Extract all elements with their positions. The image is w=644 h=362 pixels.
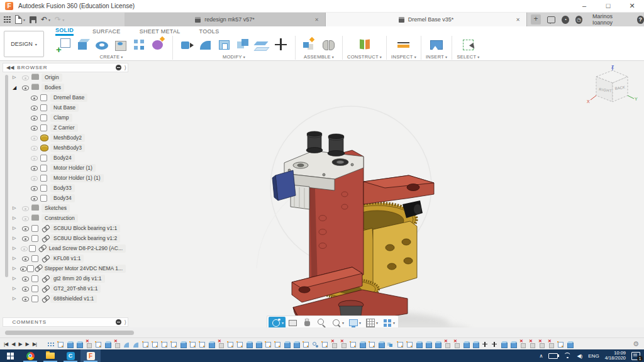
timeline-sketch-icon[interactable] xyxy=(303,341,309,348)
step-back-button[interactable]: ◀ xyxy=(11,341,14,347)
revolve-icon[interactable] xyxy=(94,36,110,53)
new-component-icon[interactable] xyxy=(301,36,318,53)
browser-item-label[interactable]: Origin xyxy=(42,74,62,82)
expand-arrow-icon[interactable]: ▷ xyxy=(13,226,21,231)
browser-item[interactable]: Motor Holder (1) (1) xyxy=(10,173,126,183)
visibility-off-icon[interactable] xyxy=(21,74,31,81)
browser-item-label[interactable]: 688shielded v1:1 xyxy=(50,295,97,303)
new-tab-button[interactable]: + xyxy=(531,14,541,25)
timeline-extrude-icon[interactable] xyxy=(104,341,111,348)
ribbon-group-label[interactable]: CREATE xyxy=(100,54,123,60)
panel-resize-handle[interactable]: ⟩ xyxy=(124,65,126,71)
offset-face-icon[interactable] xyxy=(254,36,270,53)
browser-item[interactable]: Dremel Base xyxy=(10,92,126,102)
timeline-sketch-icon[interactable] xyxy=(369,341,375,348)
timeline-extrude-icon[interactable] xyxy=(378,341,384,348)
timeline-extrude-icon[interactable] xyxy=(293,341,299,348)
select-window-icon[interactable] xyxy=(460,36,477,53)
browser-item-label[interactable]: MeshBody2 xyxy=(50,134,85,142)
maximize-button[interactable]: □ xyxy=(596,0,620,12)
browser-item[interactable]: ▷Origin xyxy=(10,72,126,82)
timeline-extrude-icon[interactable] xyxy=(246,341,252,348)
timeline-sketch-icon[interactable] xyxy=(397,341,403,348)
browser-item-label[interactable]: GT2_20T-sh8 v1:1 xyxy=(50,285,101,293)
job-status-icon[interactable]: ◔ xyxy=(562,16,569,24)
document-tab[interactable]: redesign mk57 v57*✕ xyxy=(125,13,326,26)
ribbon-tab-tools[interactable]: TOOLS xyxy=(199,28,219,35)
timeline-suppressed-icon[interactable] xyxy=(529,341,535,348)
browser-item[interactable]: ▷Lead Screw D8-P2-L290 (AC... xyxy=(10,243,126,253)
ribbon-tab-solid[interactable]: SOLID xyxy=(55,27,74,36)
action-center-icon[interactable]: 1 xyxy=(631,352,640,360)
visibility-on-icon[interactable] xyxy=(21,275,31,282)
browser-item[interactable]: Body34 xyxy=(10,193,126,203)
browser-item[interactable]: ▷SC8UU Block bearing v1:1 xyxy=(10,223,126,233)
timeline-suppressed-icon[interactable] xyxy=(538,341,545,348)
timeline-sketch-icon[interactable] xyxy=(227,341,233,348)
browser-item[interactable]: ▷SC8UU Block bearing v1:2 xyxy=(10,233,126,243)
browser-item-label[interactable]: SC8UU Block bearing v1:2 xyxy=(50,234,120,243)
timeline-extrude-icon[interactable] xyxy=(416,341,422,348)
step-forward-button[interactable]: ▶ xyxy=(26,341,29,347)
go-to-start-button[interactable]: |◀ xyxy=(4,341,8,347)
expand-arrow-icon[interactable]: ▷ xyxy=(13,206,21,211)
visibility-off-icon[interactable] xyxy=(30,134,40,141)
browser-item[interactable]: ◢Bodies xyxy=(10,82,126,92)
taskbar-file-explorer[interactable] xyxy=(40,349,60,362)
taskbar-chrome[interactable] xyxy=(20,349,40,362)
comments-header[interactable]: COMMENTS ⟩ xyxy=(3,317,128,327)
browser-item-label[interactable]: Bodies xyxy=(42,84,64,92)
timeline-extrude-icon[interactable] xyxy=(501,341,507,348)
battery-icon[interactable] xyxy=(548,353,558,359)
timeline-sketch-icon[interactable] xyxy=(406,341,413,348)
visibility-on-icon[interactable] xyxy=(30,195,40,202)
visibility-off-icon[interactable] xyxy=(30,155,40,162)
taskbar-start[interactable] xyxy=(0,349,20,362)
create-sketch-icon[interactable] xyxy=(56,36,72,53)
form-icon[interactable] xyxy=(150,36,167,53)
timeline-extrude-icon[interactable] xyxy=(463,341,469,348)
speaker-icon[interactable]: ◀) xyxy=(577,353,582,359)
visibility-on-icon[interactable] xyxy=(30,114,40,121)
browser-item[interactable]: Motor Holder (1) xyxy=(10,163,126,173)
ribbon-group-label[interactable]: MODIFY xyxy=(223,54,245,60)
visibility-on-icon[interactable] xyxy=(21,285,31,292)
browser-item[interactable]: ▷KFL08 v1:1 xyxy=(10,253,126,263)
browser-item-label[interactable]: Construction xyxy=(42,214,78,222)
visibility-off-icon[interactable] xyxy=(20,245,29,252)
user-name[interactable]: Marinos Ioannoy xyxy=(592,13,629,26)
timeline-sketch-icon[interactable] xyxy=(189,341,196,348)
construction-plane-icon[interactable] xyxy=(357,36,373,53)
browser-item[interactable]: Z Carrier xyxy=(10,123,126,133)
app-grid-button[interactable] xyxy=(4,16,11,23)
browser-item-label[interactable]: Lead Screw D8-P2-L290 (AC... xyxy=(46,244,126,253)
pattern-icon[interactable] xyxy=(131,36,148,53)
timeline-suppressed-icon[interactable] xyxy=(548,341,554,348)
timeline-sketch-icon[interactable] xyxy=(274,341,280,348)
minimize-button[interactable]: – xyxy=(572,0,596,12)
browser-item[interactable]: ▷688shielded v1:1 xyxy=(10,293,126,304)
ribbon-tab-surface[interactable]: SURFACE xyxy=(92,28,121,35)
collapse-panel-icon[interactable]: ◀◀ xyxy=(6,65,14,70)
comments-options-icon[interactable] xyxy=(116,319,121,325)
visibility-off-icon[interactable] xyxy=(30,145,40,151)
visibility-on-icon[interactable] xyxy=(30,124,40,131)
press-pull-icon[interactable] xyxy=(179,36,195,53)
expand-arrow-icon[interactable]: ▷ xyxy=(13,296,21,301)
ribbon-group-label[interactable]: INSERT xyxy=(426,54,447,60)
visibility-on-icon[interactable] xyxy=(21,295,31,302)
expand-arrow-icon[interactable]: ▷ xyxy=(13,286,21,291)
tab-close-icon[interactable]: ✕ xyxy=(516,17,520,23)
move-icon[interactable] xyxy=(273,36,289,53)
ribbon-group-label[interactable]: SELECT xyxy=(457,54,479,60)
close-button[interactable]: ✕ xyxy=(620,0,644,12)
browser-item-label[interactable]: Motor Holder (1) xyxy=(50,164,96,172)
timeline-suppressed-icon[interactable] xyxy=(444,341,450,348)
shell-icon[interactable] xyxy=(216,36,233,53)
timeline-extrude-icon[interactable] xyxy=(435,341,441,348)
browser-item-label[interactable]: Body33 xyxy=(50,184,75,192)
timeline-extrude-icon[interactable] xyxy=(284,341,290,348)
browser-item[interactable]: Nut Base xyxy=(10,102,126,112)
visibility-on-icon[interactable] xyxy=(21,255,31,262)
file-menu-button[interactable]: ▾ xyxy=(15,15,25,24)
